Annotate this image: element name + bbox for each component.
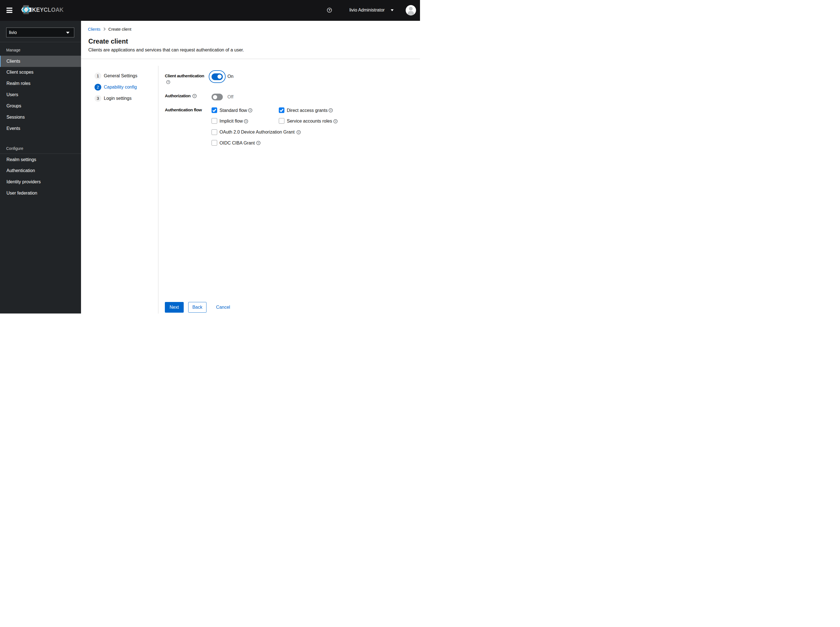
svg-text:?: ? (194, 94, 195, 97)
svg-text:?: ? (245, 120, 247, 123)
svg-text:KEYCLOAK: KEYCLOAK (32, 6, 64, 13)
svg-text:?: ? (330, 109, 332, 112)
svg-text:?: ? (167, 81, 169, 83)
svg-text:?: ? (257, 142, 259, 145)
svg-text:?: ? (335, 120, 336, 123)
svg-text:?: ? (249, 109, 251, 112)
svg-text:?: ? (328, 8, 330, 12)
svg-text:?: ? (298, 131, 300, 134)
